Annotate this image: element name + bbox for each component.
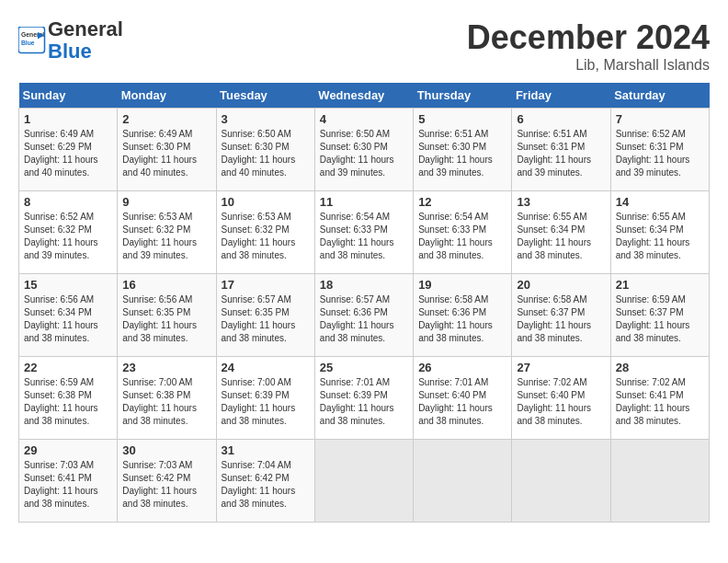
day-info: Sunrise: 6:50 AMSunset: 6:30 PMDaylight:… bbox=[320, 128, 408, 179]
day-number: 29 bbox=[24, 443, 112, 457]
day-info: Sunrise: 7:01 AMSunset: 6:40 PMDaylight:… bbox=[418, 376, 506, 428]
day-info: Sunrise: 6:49 AMSunset: 6:29 PMDaylight:… bbox=[24, 128, 112, 179]
calendar-cell: 1Sunrise: 6:49 AMSunset: 6:29 PMDaylight… bbox=[19, 109, 118, 191]
day-info: Sunrise: 6:52 AMSunset: 6:32 PMDaylight:… bbox=[24, 211, 112, 262]
calendar-cell: 29Sunrise: 7:03 AMSunset: 6:41 PMDayligh… bbox=[19, 440, 118, 523]
day-header-monday: Monday bbox=[118, 83, 216, 109]
day-header-wednesday: Wednesday bbox=[314, 83, 413, 109]
calendar-cell: 8Sunrise: 6:52 AMSunset: 6:32 PMDaylight… bbox=[19, 191, 118, 274]
day-info: Sunrise: 6:57 AMSunset: 6:36 PMDaylight:… bbox=[320, 293, 408, 345]
calendar-cell: 15Sunrise: 6:56 AMSunset: 6:34 PMDayligh… bbox=[19, 274, 118, 357]
day-info: Sunrise: 6:58 AMSunset: 6:36 PMDaylight:… bbox=[418, 293, 506, 345]
day-info: Sunrise: 6:59 AMSunset: 6:38 PMDaylight:… bbox=[24, 376, 112, 428]
calendar-cell: 21Sunrise: 6:59 AMSunset: 6:37 PMDayligh… bbox=[610, 274, 709, 357]
day-info: Sunrise: 7:01 AMSunset: 6:39 PMDaylight:… bbox=[320, 376, 408, 428]
day-info: Sunrise: 6:49 AMSunset: 6:30 PMDaylight:… bbox=[122, 128, 210, 179]
calendar-cell: 14Sunrise: 6:55 AMSunset: 6:34 PMDayligh… bbox=[610, 191, 709, 274]
calendar-cell: 22Sunrise: 6:59 AMSunset: 6:38 PMDayligh… bbox=[19, 357, 118, 440]
day-number: 11 bbox=[320, 195, 408, 209]
day-number: 24 bbox=[222, 361, 310, 374]
page-header: General Blue General Blue December 2024 … bbox=[18, 18, 710, 74]
logo-text: General Blue bbox=[48, 18, 123, 63]
day-info: Sunrise: 6:53 AMSunset: 6:32 PMDaylight:… bbox=[222, 211, 310, 262]
calendar-cell: 5Sunrise: 6:51 AMSunset: 6:30 PMDaylight… bbox=[414, 109, 512, 191]
calendar-cell: 7Sunrise: 6:52 AMSunset: 6:31 PMDaylight… bbox=[610, 109, 709, 191]
day-number: 13 bbox=[517, 195, 605, 209]
day-info: Sunrise: 6:52 AMSunset: 6:31 PMDaylight:… bbox=[616, 128, 704, 179]
day-number: 12 bbox=[418, 195, 506, 209]
calendar-cell: 30Sunrise: 7:03 AMSunset: 6:42 PMDayligh… bbox=[118, 440, 216, 523]
calendar-cell: 20Sunrise: 6:58 AMSunset: 6:37 PMDayligh… bbox=[512, 274, 610, 357]
day-number: 28 bbox=[616, 361, 704, 374]
calendar-cell: 12Sunrise: 6:54 AMSunset: 6:33 PMDayligh… bbox=[414, 191, 512, 274]
day-number: 8 bbox=[24, 195, 112, 209]
day-number: 30 bbox=[122, 443, 210, 457]
day-info: Sunrise: 6:54 AMSunset: 6:33 PMDaylight:… bbox=[320, 211, 408, 262]
calendar-cell: 25Sunrise: 7:01 AMSunset: 6:39 PMDayligh… bbox=[314, 357, 413, 440]
logo-general: General bbox=[48, 17, 123, 40]
calendar-cell: 19Sunrise: 6:58 AMSunset: 6:36 PMDayligh… bbox=[414, 274, 512, 357]
calendar-cell bbox=[414, 440, 512, 523]
calendar-cell bbox=[314, 440, 413, 523]
day-number: 6 bbox=[517, 112, 605, 126]
logo-icon: General Blue bbox=[18, 27, 46, 54]
day-number: 5 bbox=[418, 112, 506, 126]
day-header-saturday: Saturday bbox=[610, 83, 709, 109]
day-info: Sunrise: 7:02 AMSunset: 6:41 PMDaylight:… bbox=[616, 376, 704, 428]
day-info: Sunrise: 7:02 AMSunset: 6:40 PMDaylight:… bbox=[517, 376, 605, 428]
day-info: Sunrise: 7:03 AMSunset: 6:41 PMDaylight:… bbox=[24, 459, 112, 511]
day-number: 22 bbox=[24, 361, 112, 374]
day-header-sunday: Sunday bbox=[19, 83, 118, 109]
day-number: 27 bbox=[517, 361, 605, 374]
day-info: Sunrise: 6:55 AMSunset: 6:34 PMDaylight:… bbox=[616, 211, 704, 262]
day-info: Sunrise: 6:55 AMSunset: 6:34 PMDaylight:… bbox=[517, 211, 605, 262]
calendar-cell: 16Sunrise: 6:56 AMSunset: 6:35 PMDayligh… bbox=[118, 274, 216, 357]
calendar-cell: 10Sunrise: 6:53 AMSunset: 6:32 PMDayligh… bbox=[216, 191, 314, 274]
day-info: Sunrise: 6:56 AMSunset: 6:35 PMDaylight:… bbox=[122, 293, 210, 345]
day-number: 3 bbox=[222, 112, 310, 126]
day-number: 1 bbox=[24, 112, 112, 126]
day-number: 10 bbox=[222, 195, 310, 209]
calendar-cell: 28Sunrise: 7:02 AMSunset: 6:41 PMDayligh… bbox=[610, 357, 709, 440]
day-number: 25 bbox=[320, 361, 408, 374]
title-block: December 2024 Lib, Marshall Islands bbox=[467, 18, 710, 74]
calendar-cell: 26Sunrise: 7:01 AMSunset: 6:40 PMDayligh… bbox=[414, 357, 512, 440]
day-info: Sunrise: 7:00 AMSunset: 6:38 PMDaylight:… bbox=[122, 376, 210, 428]
day-header-thursday: Thursday bbox=[414, 83, 512, 109]
day-info: Sunrise: 6:50 AMSunset: 6:30 PMDaylight:… bbox=[222, 128, 310, 179]
day-header-tuesday: Tuesday bbox=[216, 83, 314, 109]
calendar-week-row: 29Sunrise: 7:03 AMSunset: 6:41 PMDayligh… bbox=[19, 440, 710, 523]
day-info: Sunrise: 6:51 AMSunset: 6:30 PMDaylight:… bbox=[418, 128, 506, 179]
day-number: 17 bbox=[222, 278, 310, 292]
calendar-cell bbox=[512, 440, 610, 523]
day-number: 23 bbox=[122, 361, 210, 374]
location: Lib, Marshall Islands bbox=[467, 57, 710, 74]
day-number: 19 bbox=[418, 278, 506, 292]
logo: General Blue General Blue bbox=[18, 18, 123, 63]
day-number: 31 bbox=[222, 443, 310, 457]
day-number: 15 bbox=[24, 278, 112, 292]
day-info: Sunrise: 7:04 AMSunset: 6:42 PMDaylight:… bbox=[222, 459, 310, 511]
day-number: 16 bbox=[122, 278, 210, 292]
svg-text:Blue: Blue bbox=[21, 40, 35, 46]
calendar-header-row: SundayMondayTuesdayWednesdayThursdayFrid… bbox=[19, 83, 710, 109]
calendar-cell: 27Sunrise: 7:02 AMSunset: 6:40 PMDayligh… bbox=[512, 357, 610, 440]
calendar-cell: 17Sunrise: 6:57 AMSunset: 6:35 PMDayligh… bbox=[216, 274, 314, 357]
calendar-cell: 9Sunrise: 6:53 AMSunset: 6:32 PMDaylight… bbox=[118, 191, 216, 274]
calendar-cell: 18Sunrise: 6:57 AMSunset: 6:36 PMDayligh… bbox=[314, 274, 413, 357]
day-number: 2 bbox=[122, 112, 210, 126]
month-title: December 2024 bbox=[467, 18, 710, 57]
day-number: 21 bbox=[616, 278, 704, 292]
day-number: 7 bbox=[616, 112, 704, 126]
day-info: Sunrise: 6:58 AMSunset: 6:37 PMDaylight:… bbox=[517, 293, 605, 345]
calendar-cell: 3Sunrise: 6:50 AMSunset: 6:30 PMDaylight… bbox=[216, 109, 314, 191]
calendar-cell: 31Sunrise: 7:04 AMSunset: 6:42 PMDayligh… bbox=[216, 440, 314, 523]
day-header-friday: Friday bbox=[512, 83, 610, 109]
calendar-cell bbox=[610, 440, 709, 523]
day-number: 26 bbox=[418, 361, 506, 374]
day-info: Sunrise: 7:00 AMSunset: 6:39 PMDaylight:… bbox=[222, 376, 310, 428]
day-number: 9 bbox=[122, 195, 210, 209]
day-info: Sunrise: 7:03 AMSunset: 6:42 PMDaylight:… bbox=[122, 459, 210, 511]
day-number: 4 bbox=[320, 112, 408, 126]
calendar-cell: 23Sunrise: 7:00 AMSunset: 6:38 PMDayligh… bbox=[118, 357, 216, 440]
